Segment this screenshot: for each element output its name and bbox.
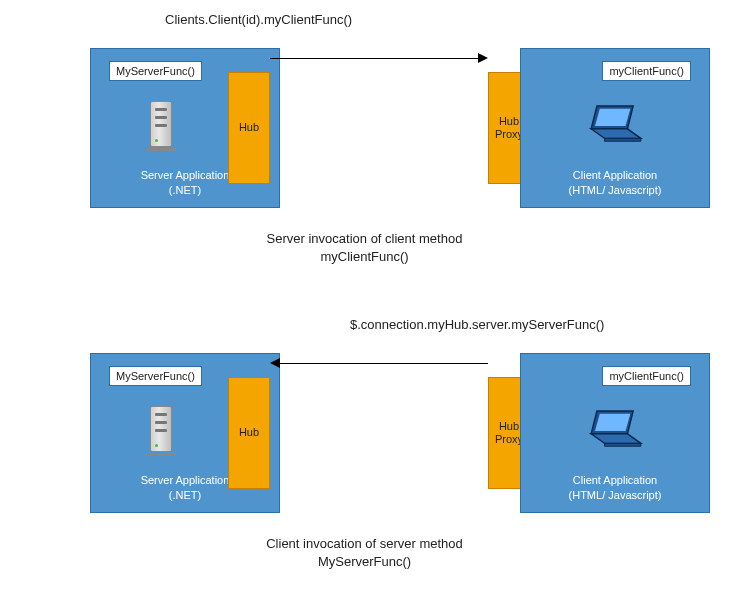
arrow-head-right-icon [478,53,488,63]
client-box: myClientFunc() Client Application (HTML/… [520,353,710,513]
caption-line-1: Server invocation of client method [267,231,463,246]
client-app-label-1: Client Application [573,474,657,486]
server-app-label-1: Server Application [141,169,230,181]
hub-proxy-label-1: Hub [499,115,519,127]
client-app-label-2: (HTML/ Javascript) [569,489,662,501]
server-app-label-2: (.NET) [169,184,201,196]
server-icon [146,101,176,149]
server-app-label-1: Server Application [141,474,230,486]
code-line: $.connection.myHub.server.myServerFunc() [350,317,604,332]
client-app-label-2: (HTML/ Javascript) [569,184,662,196]
server-func-label: MyServerFunc() [109,61,202,81]
hub-label: Hub [239,121,259,134]
laptop-icon [587,104,645,146]
hub-proxy-label-1: Hub [499,420,519,432]
arrow-head-left-icon [270,358,280,368]
arrow-line [270,58,480,59]
laptop-icon [587,409,645,451]
server-func-label: MyServerFunc() [109,366,202,386]
diagram-caption: Client invocation of server method MySer… [20,535,709,571]
client-func-label: myClientFunc() [602,366,691,386]
diagram-caption: Server invocation of client method myCli… [20,230,709,266]
diagram-client-to-server: $.connection.myHub.server.myServerFunc()… [20,315,709,580]
hub-label: Hub [239,426,259,439]
client-box: myClientFunc() Client Application (HTML/… [520,48,710,208]
hub-proxy-label-2: Proxy [495,433,523,445]
code-line: Clients.Client(id).myClientFunc() [165,12,352,27]
server-icon [146,406,176,454]
hub-box: Hub [228,72,270,184]
caption-line-2: myClientFunc() [320,249,408,264]
diagram-server-to-client: Clients.Client(id).myClientFunc() MyServ… [20,10,709,275]
hub-box: Hub [228,377,270,489]
arrow-line [280,363,488,364]
client-func-label: myClientFunc() [602,61,691,81]
server-app-label-2: (.NET) [169,489,201,501]
caption-line-2: MyServerFunc() [318,554,411,569]
hub-proxy-label-2: Proxy [495,128,523,140]
caption-line-1: Client invocation of server method [266,536,463,551]
client-app-label-1: Client Application [573,169,657,181]
